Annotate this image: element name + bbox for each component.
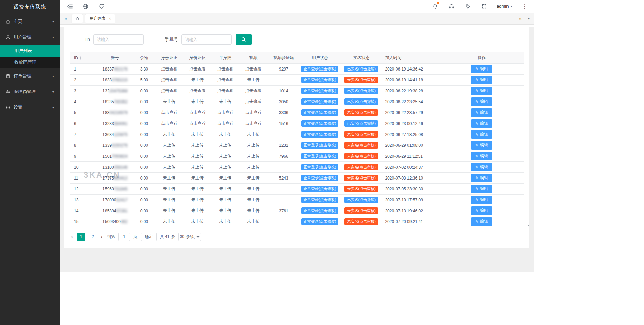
- pagination-prev-button[interactable]: ‹: [70, 234, 74, 240]
- user-status-badge[interactable]: 正常登录(点击修改): [301, 197, 338, 203]
- user-status-badge[interactable]: 正常登录(点击修改): [301, 88, 338, 94]
- edit-button[interactable]: ✎编辑: [471, 97, 492, 106]
- realname-status-badge[interactable]: 未实名(点击审核): [344, 207, 378, 214]
- edit-button[interactable]: ✎编辑: [471, 185, 492, 193]
- user-status-badge[interactable]: 正常登录(点击修改): [301, 153, 338, 159]
- realname-status-badge[interactable]: 未实名(点击审核): [344, 186, 378, 192]
- table-scroll-down-icon[interactable]: ▾: [528, 223, 529, 227]
- cell-half-photo[interactable]: 点击查看: [212, 107, 239, 118]
- edit-button[interactable]: ✎编辑: [471, 206, 492, 215]
- edit-button[interactable]: ✎编辑: [471, 119, 492, 128]
- user-status-badge[interactable]: 正常登录(点击修改): [301, 218, 338, 225]
- user-status-badge[interactable]: 正常登录(点击修改): [301, 186, 338, 192]
- sidebar-item-home[interactable]: 主页 ▾: [0, 14, 60, 29]
- user-status-badge[interactable]: 正常登录(点击修改): [301, 131, 338, 138]
- page-size-select[interactable]: 30 条/页: [178, 233, 201, 241]
- refresh-button[interactable]: [96, 0, 107, 13]
- sort-descending-icon[interactable]: ▼: [79, 58, 82, 60]
- realname-status-badge[interactable]: 未实名(点击审核): [344, 142, 378, 149]
- cell-video[interactable]: 点击查看: [239, 118, 268, 129]
- user-status-badge[interactable]: 正常登录(点击修改): [301, 109, 338, 116]
- sort-control[interactable]: ▲▼: [79, 56, 82, 60]
- user-status-badge[interactable]: 正常登录(点击修改): [301, 175, 338, 181]
- edit-button[interactable]: ✎编辑: [471, 130, 492, 139]
- notifications-button[interactable]: [431, 0, 439, 13]
- realname-status-badge[interactable]: 未实名(点击审核): [344, 131, 378, 138]
- realname-status-badge[interactable]: 已实名(点击撤销): [344, 120, 378, 127]
- realname-status-badge[interactable]: 已实名(点击撤销): [344, 98, 378, 105]
- cell-video[interactable]: 点击查看: [239, 64, 268, 75]
- theme-button[interactable]: [464, 0, 471, 13]
- realname-status-badge[interactable]: 已实名(点击撤销): [344, 66, 378, 72]
- edit-button[interactable]: ✎编辑: [471, 108, 492, 117]
- cell-video[interactable]: 点击查看: [239, 96, 268, 107]
- tab-user-list[interactable]: 用户列表 ×: [85, 14, 115, 23]
- sidebar-collapse-button[interactable]: [64, 0, 76, 13]
- cell-video[interactable]: 点击查看: [239, 107, 268, 118]
- user-status-badge[interactable]: 正常登录(点击修改): [301, 98, 338, 105]
- cell-id-front[interactable]: 点击查看: [155, 86, 183, 96]
- sidebar-item-settings[interactable]: 设置 ▾: [0, 99, 60, 115]
- user-status-badge[interactable]: 正常登录(点击修改): [301, 66, 338, 72]
- edit-button[interactable]: ✎编辑: [471, 196, 492, 204]
- cell-id-front[interactable]: 点击查看: [155, 75, 183, 86]
- close-icon[interactable]: ×: [109, 16, 111, 21]
- user-status-badge[interactable]: 正常登录(点击修改): [301, 207, 338, 214]
- user-status-badge[interactable]: 正常登录(点击修改): [301, 142, 338, 149]
- sidebar-item-admin-management[interactable]: 管理员管理 ▾: [0, 84, 60, 99]
- sidebar-item-payment-code-management[interactable]: 收款码管理: [0, 57, 60, 68]
- edit-button[interactable]: ✎编辑: [471, 163, 492, 171]
- sidebar-item-user-list[interactable]: 用户列表: [0, 45, 60, 57]
- realname-status-badge[interactable]: 未实名(点击审核): [344, 109, 378, 116]
- confirm-button[interactable]: 确定: [141, 233, 157, 241]
- phone-filter-input[interactable]: [181, 34, 232, 45]
- tabs-scroll-left-button[interactable]: «: [62, 16, 69, 21]
- cell-half-photo[interactable]: 点击查看: [212, 118, 239, 129]
- edit-button[interactable]: ✎编辑: [471, 152, 492, 160]
- edit-button[interactable]: ✎编辑: [471, 76, 492, 84]
- tabs-menu-button[interactable]: ▾: [527, 17, 531, 20]
- realname-status-badge[interactable]: 未实名(点击审核): [344, 153, 378, 159]
- realname-status-badge[interactable]: 未实名(点击审核): [344, 218, 378, 225]
- fullscreen-button[interactable]: [480, 0, 488, 13]
- realname-status-badge[interactable]: 未实名(点击审核): [344, 77, 378, 83]
- edit-button[interactable]: ✎编辑: [471, 65, 492, 73]
- cell-id-front[interactable]: 点击查看: [155, 107, 183, 118]
- sidebar-item-order-management[interactable]: 订单管理 ▾: [0, 68, 60, 84]
- edit-button[interactable]: ✎编辑: [471, 87, 492, 95]
- realname-status-badge[interactable]: 已实名(点击撤销): [344, 197, 378, 203]
- cell-id-back[interactable]: 点击查看: [183, 118, 211, 129]
- user-status-badge[interactable]: 正常登录(点击修改): [301, 120, 338, 127]
- pagination-page-2[interactable]: 2: [88, 233, 97, 241]
- search-button[interactable]: [236, 34, 252, 45]
- cell-half-photo[interactable]: 点击查看: [212, 64, 239, 75]
- admin-menu[interactable]: admin ▾: [497, 4, 512, 9]
- cell-id-back[interactable]: 点击查看: [183, 107, 211, 118]
- id-filter-input[interactable]: [93, 34, 144, 45]
- realname-status-badge[interactable]: 已实名(点击撤销): [344, 88, 378, 94]
- edit-button[interactable]: ✎编辑: [471, 174, 492, 182]
- more-button[interactable]: ⋮: [521, 0, 528, 13]
- edit-button[interactable]: ✎编辑: [471, 141, 492, 150]
- sidebar-item-user-management[interactable]: 用户管理 ▴: [0, 29, 60, 45]
- cell-id-back[interactable]: 点击查看: [183, 64, 211, 75]
- cell-half-photo[interactable]: 点击查看: [212, 75, 239, 86]
- user-status-badge[interactable]: 正常登录(点击修改): [301, 164, 338, 170]
- cell-video[interactable]: 点击查看: [239, 86, 268, 96]
- support-button[interactable]: [448, 0, 455, 13]
- column-header-id[interactable]: ID▲▼: [70, 52, 97, 64]
- cell-id-front[interactable]: 点击查看: [155, 64, 183, 75]
- tabs-scroll-right-button[interactable]: »: [517, 16, 524, 21]
- user-status-badge[interactable]: 正常登录(点击修改): [301, 77, 338, 83]
- pagination-next-button[interactable]: ›: [100, 234, 103, 240]
- realname-status-badge[interactable]: 未实名(点击审核): [344, 175, 378, 181]
- edit-button[interactable]: ✎编辑: [471, 217, 492, 226]
- tab-home[interactable]: [72, 14, 83, 23]
- pagination-page-1[interactable]: 1: [77, 233, 85, 241]
- language-button[interactable]: [80, 0, 92, 13]
- goto-page-input[interactable]: [118, 233, 130, 241]
- cell-id-back[interactable]: 点击查看: [183, 86, 211, 96]
- cell-id-front[interactable]: 点击查看: [155, 118, 183, 129]
- realname-status-badge[interactable]: 未实名(点击审核): [344, 164, 378, 170]
- cell-half-photo[interactable]: 点击查看: [212, 86, 239, 96]
